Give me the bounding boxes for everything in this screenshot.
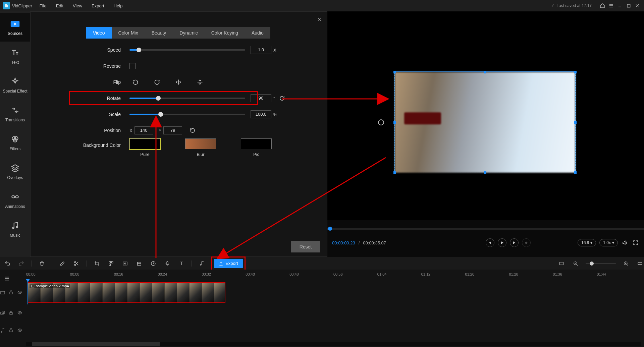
- fullscreen-icon[interactable]: [632, 239, 639, 246]
- text-tool-icon[interactable]: [177, 259, 185, 268]
- position-y-label: Y: [159, 128, 162, 133]
- eye-icon[interactable]: [17, 310, 22, 316]
- flip-horizontal-icon[interactable]: [172, 77, 184, 87]
- edit-pen-icon[interactable]: [58, 259, 66, 268]
- minimize-icon[interactable]: [616, 2, 624, 10]
- freeze-frame-icon[interactable]: [121, 259, 129, 268]
- next-frame-icon[interactable]: [510, 238, 519, 247]
- svg-point-9: [525, 242, 528, 244]
- reverse-checkbox[interactable]: [129, 63, 136, 69]
- rotate-handle-icon[interactable]: [378, 119, 384, 125]
- snap-icon[interactable]: [557, 259, 566, 268]
- tab-color-keying[interactable]: Color Keying: [205, 27, 245, 39]
- timeline-clip[interactable]: sample video 2.mp4: [28, 282, 225, 303]
- resize-handle[interactable]: [574, 71, 577, 73]
- rotate-unit: °: [273, 96, 275, 101]
- tab-color-mix[interactable]: Color Mix: [112, 27, 145, 39]
- menu-help[interactable]: Help: [114, 3, 123, 8]
- sidebar-item-special-effect[interactable]: Special Effect: [0, 70, 30, 99]
- fit-timeline-icon[interactable]: [636, 259, 644, 268]
- seek-thumb[interactable]: [328, 227, 332, 231]
- sidebar-item-filters[interactable]: Filters: [0, 128, 30, 157]
- sidebar-item-text[interactable]: Text: [0, 42, 30, 70]
- playback-speed-select[interactable]: 1.0x▾: [599, 239, 618, 246]
- resize-handle[interactable]: [484, 71, 486, 73]
- eye-icon[interactable]: [17, 290, 22, 295]
- rotate-slider[interactable]: [129, 98, 245, 99]
- tab-dynamic[interactable]: Dynamic: [173, 27, 204, 39]
- prev-frame-icon[interactable]: [486, 238, 494, 247]
- zoom-in-icon[interactable]: [622, 259, 630, 268]
- maximize-icon[interactable]: [625, 2, 633, 10]
- svg-rect-14: [109, 264, 111, 266]
- menu-view[interactable]: View: [73, 3, 82, 8]
- rotate-cw-icon[interactable]: [151, 77, 163, 87]
- sidebar-item-overlays[interactable]: Overlays: [0, 157, 30, 186]
- bgcolor-pic-label: Pic: [253, 152, 259, 157]
- speed-slider[interactable]: [129, 49, 245, 51]
- chevron-down-icon: ▾: [590, 240, 592, 245]
- position-reset-icon[interactable]: [188, 126, 197, 135]
- split-scissors-icon[interactable]: [72, 259, 80, 268]
- home-icon[interactable]: [598, 2, 606, 10]
- duration-icon[interactable]: [149, 259, 157, 268]
- bgcolor-blur[interactable]: Blur: [185, 138, 216, 157]
- detach-audio-icon[interactable]: [198, 259, 206, 268]
- record-voice-icon[interactable]: [163, 259, 171, 268]
- resize-handle[interactable]: [393, 71, 396, 73]
- resize-handle[interactable]: [484, 171, 486, 174]
- delete-icon[interactable]: [38, 259, 46, 268]
- position-x-input[interactable]: 140: [135, 126, 153, 134]
- tab-beauty[interactable]: Beauty: [145, 27, 173, 39]
- lock-icon[interactable]: [9, 310, 14, 316]
- preview-selection-frame[interactable]: [394, 72, 576, 173]
- sidebar-item-sources[interactable]: Sources: [0, 13, 30, 42]
- resize-handle[interactable]: [574, 121, 577, 124]
- speed-input[interactable]: 1.0: [251, 46, 271, 54]
- zoom-pan-icon[interactable]: [135, 259, 143, 268]
- sidebar-item-transitions[interactable]: Transitions: [0, 99, 30, 128]
- sidebar-item-music[interactable]: Music: [0, 215, 30, 243]
- menu-file[interactable]: File: [40, 3, 47, 8]
- sidebar-item-animations[interactable]: Animations: [0, 186, 30, 215]
- redo-icon[interactable]: [17, 259, 25, 268]
- position-y-input[interactable]: 79: [163, 126, 182, 134]
- timeline-playhead[interactable]: [28, 281, 28, 304]
- resize-handle[interactable]: [393, 121, 396, 124]
- volume-icon[interactable]: [621, 239, 629, 246]
- bgcolor-pic[interactable]: Pic: [241, 138, 272, 157]
- hamburger-icon[interactable]: [607, 2, 615, 10]
- reset-button[interactable]: Reset: [291, 241, 320, 252]
- mosaic-icon[interactable]: [107, 259, 115, 268]
- resize-handle[interactable]: [393, 171, 396, 174]
- menu-export[interactable]: Export: [92, 3, 104, 8]
- tab-audio[interactable]: Audio: [245, 27, 270, 39]
- crop-icon[interactable]: [93, 259, 101, 268]
- rotate-reset-icon[interactable]: [278, 94, 286, 103]
- preview-canvas[interactable]: [327, 11, 644, 220]
- lock-icon[interactable]: [9, 290, 14, 295]
- close-panel-icon[interactable]: [316, 16, 323, 23]
- stop-icon[interactable]: [522, 238, 531, 247]
- scale-input[interactable]: 100.0: [251, 110, 271, 118]
- eye-icon[interactable]: [17, 328, 22, 333]
- export-button[interactable]: Export: [214, 259, 243, 268]
- flip-vertical-icon[interactable]: [194, 77, 206, 87]
- sidebar-item-label: Animations: [5, 204, 25, 209]
- rotate-ccw-icon[interactable]: [129, 77, 142, 87]
- scale-slider[interactable]: [129, 114, 245, 115]
- resize-handle[interactable]: [574, 171, 577, 174]
- timeline-ruler[interactable]: 00:0000:0800:1600:2400:3200:4000:4800:56…: [26, 272, 641, 279]
- menu-edit[interactable]: Edit: [56, 3, 63, 8]
- aspect-ratio-select[interactable]: 16:9▾: [578, 239, 596, 246]
- timeline-scrollbar[interactable]: [26, 342, 641, 346]
- undo-icon[interactable]: [3, 259, 11, 268]
- tab-video[interactable]: Video: [86, 27, 112, 39]
- lock-icon[interactable]: [9, 328, 14, 333]
- bgcolor-pure[interactable]: Pure: [129, 138, 160, 157]
- play-icon[interactable]: [498, 238, 506, 247]
- timeline-zoom-slider[interactable]: [586, 263, 616, 264]
- preview-seek-bar[interactable]: [327, 228, 644, 230]
- zoom-out-icon[interactable]: [572, 259, 580, 268]
- close-window-icon[interactable]: [633, 2, 641, 10]
